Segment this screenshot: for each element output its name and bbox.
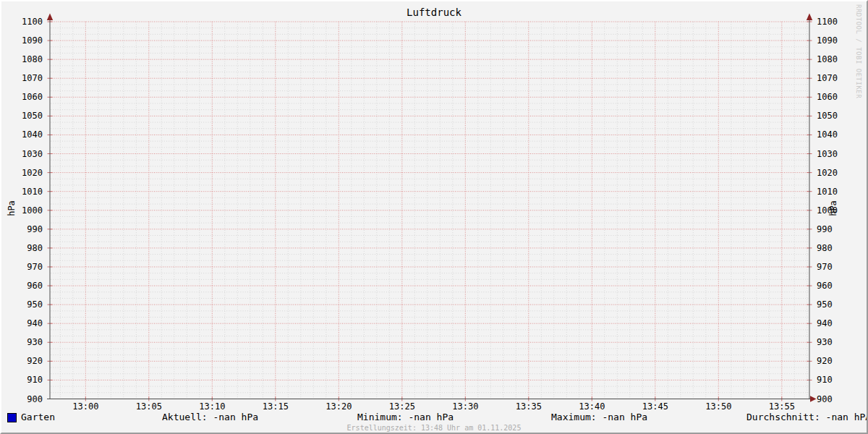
x-axis-tick-label: 13:25	[383, 401, 421, 412]
y-axis-tick-label-right: 960	[817, 280, 850, 292]
x-axis-tick-label: 13:35	[510, 401, 548, 412]
y-axis-tick-label-right: 1040	[817, 129, 850, 140]
y-axis-tick-label-right: 1000	[817, 205, 850, 216]
y-axis-tick-label-right: 1020	[817, 167, 850, 179]
x-axis-tick-label: 13:05	[130, 401, 168, 412]
x-axis-tick-label: 13:50	[699, 401, 737, 412]
y-axis-tick-label-left: 910	[15, 374, 43, 386]
y-axis-tick-label-left: 1020	[15, 167, 43, 179]
y-axis-tick-label-right: 1080	[817, 54, 850, 65]
y-axis-tick-label-right: 1030	[817, 148, 850, 160]
y-axis-tick-label-right: 910	[817, 374, 850, 386]
y-axis-tick-label-left: 940	[15, 318, 43, 329]
stat-aktuell: Aktuell: -nan hPa	[162, 412, 258, 422]
y-axis-tick-label-left: 950	[15, 299, 43, 310]
x-axis-tick-label: 13:30	[446, 401, 484, 412]
y-axis-tick-label-left: 900	[15, 393, 43, 405]
x-axis-tick-label: 13:10	[193, 401, 231, 412]
y-axis-tick-label-right: 950	[817, 299, 850, 310]
y-axis-tick-label-left: 990	[15, 224, 43, 235]
x-axis-tick-label: 13:00	[67, 401, 104, 412]
stat-minimum: Minimum: -nan hPa	[357, 412, 454, 422]
x-axis-tick-label: 13:40	[573, 401, 610, 412]
y-axis-tick-label-right: 980	[817, 242, 850, 254]
creation-timestamp: Erstellungszeit: 13:48 Uhr am 01.11.2025	[1, 424, 867, 432]
y-axis-tick-label-left: 1070	[15, 72, 43, 84]
y-axis-tick-label-left: 1080	[15, 54, 43, 65]
stat-durchschnitt: Durchschnitt: -nan hPA	[746, 412, 868, 422]
y-axis-tick-label-left: 980	[15, 242, 43, 254]
y-axis-tick-label-left: 1100	[15, 16, 43, 27]
x-axis-tick-label: 13:20	[320, 401, 357, 412]
legend-swatch	[7, 413, 17, 422]
y-axis-tick-label-left: 930	[15, 336, 43, 348]
y-axis-tick-label-right: 1060	[817, 91, 850, 103]
rrdtool-watermark: RRDTOOL / TOBI OETIKER	[855, 4, 862, 98]
y-axis-tick-label-left: 970	[15, 261, 43, 273]
y-axis-tick-label-right: 990	[817, 224, 850, 235]
y-axis-tick-label-right: 900	[817, 393, 850, 405]
y-axis-tick-label-right: 920	[817, 355, 850, 367]
rrdtool-graph: Luftdruck hPa hPa 1100110010901090108010…	[0, 0, 868, 434]
y-axis-tick-label-left: 1050	[15, 110, 43, 122]
y-axis-tick-label-right: 1090	[817, 35, 850, 46]
y-axis-tick-label-left: 960	[15, 280, 43, 292]
y-axis-tick-label-right: 1070	[817, 72, 850, 84]
y-axis-tick-label-left: 1030	[15, 148, 43, 160]
axis-labels-layer: hPa hPa 11001100109010901080108010701070…	[1, 1, 867, 433]
legend-label: Garten	[21, 412, 55, 422]
stat-maximum: Maximum: -nan hPa	[551, 412, 647, 422]
y-axis-tick-label-left: 1000	[15, 205, 43, 216]
y-axis-tick-label-left: 1090	[15, 35, 43, 46]
x-axis-tick-label: 13:45	[637, 401, 674, 412]
y-axis-tick-label-right: 1010	[817, 186, 850, 197]
x-axis-tick-label: 13:55	[763, 401, 801, 412]
y-axis-tick-label-right: 940	[817, 318, 850, 329]
y-axis-tick-label-right: 1100	[817, 16, 850, 27]
y-axis-tick-label-left: 920	[15, 355, 43, 367]
y-axis-tick-label-right: 930	[817, 336, 850, 348]
y-axis-tick-label-left: 1040	[15, 129, 43, 140]
x-axis-tick-label: 13:15	[257, 401, 294, 412]
y-axis-tick-label-left: 1060	[15, 91, 43, 103]
y-axis-tick-label-right: 1050	[817, 110, 850, 122]
y-axis-tick-label-left: 1010	[15, 186, 43, 197]
y-axis-tick-label-right: 970	[817, 261, 850, 273]
